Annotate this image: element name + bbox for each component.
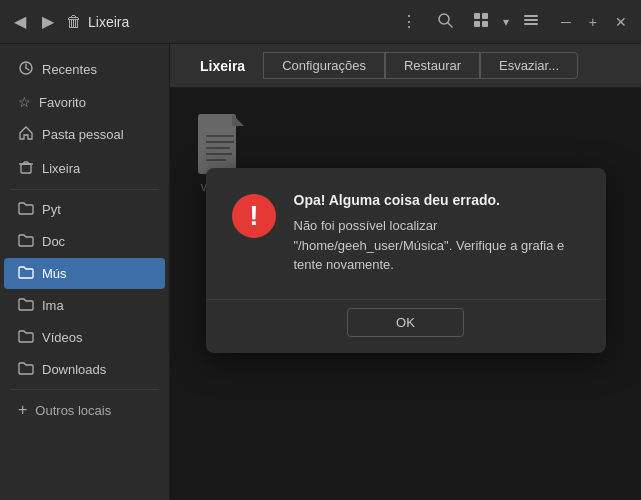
file-grid: version ! Opa! Alguma coisa deu errado. [170,88,641,500]
sidebar-label-musica: Mús [42,266,67,281]
add-icon: + [18,401,27,419]
dialog-message: Não foi possível localizar "/home/geeh_u… [294,216,582,275]
btn-configuracoes[interactable]: Configurações [263,52,385,79]
folder-pyt-icon [18,201,34,218]
sidebar: Recentes ☆ Favorito Pasta pessoal [0,44,170,500]
sidebar-separator-2 [10,389,159,390]
sidebar-label-pyt: Pyt [42,202,61,217]
svg-rect-3 [482,13,488,19]
content-area: Lixeira Configurações Restaurar Esvaziar… [170,44,641,500]
close-button[interactable]: ✕ [609,12,633,32]
tab-lixeira[interactable]: Lixeira [182,53,263,79]
btn-esvaziar[interactable]: Esvaziar... [480,52,578,79]
sidebar-item-videos[interactable]: Vídeos [4,322,165,353]
window-title: Lixeira [88,14,393,30]
list-view-button[interactable] [515,8,547,36]
folder-ima-icon [18,297,34,314]
error-dialog: ! Opa! Alguma coisa deu errado. Não foi … [206,168,606,353]
error-icon: ! [230,192,278,240]
dialog-text: Opa! Alguma coisa deu errado. Não foi po… [294,192,582,275]
view-grid-button[interactable] [465,8,497,36]
sidebar-label-downloads: Downloads [42,362,106,377]
svg-rect-2 [474,13,480,19]
sidebar-label-videos: Vídeos [42,330,82,345]
sidebar-label-pasta-pessoal: Pasta pessoal [42,127,124,142]
svg-text:!: ! [249,200,258,231]
sidebar-item-downloads[interactable]: Downloads [4,354,165,385]
sidebar-item-recentes[interactable]: Recentes [4,53,165,86]
dialog-body: ! Opa! Alguma coisa deu errado. Não foi … [206,168,606,291]
search-button[interactable] [429,8,461,36]
more-menu-button[interactable]: ⋮ [393,8,425,35]
maximize-button[interactable]: + [583,12,603,32]
titlebar: ◀ ▶ 🗑 Lixeira ⋮ ▾ [0,0,641,44]
dialog-footer: OK [206,299,606,353]
svg-rect-7 [524,19,538,21]
forward-button[interactable]: ▶ [36,8,60,35]
folder-doc-icon [18,233,34,250]
folder-icon: 🗑 [66,13,82,31]
svg-rect-5 [482,21,488,27]
sidebar-label-doc: Doc [42,234,65,249]
star-icon: ☆ [18,94,31,110]
content-toolbar: Lixeira Configurações Restaurar Esvaziar… [170,44,641,88]
sidebar-item-lixeira[interactable]: Lixeira [4,152,165,185]
nav-buttons: ◀ ▶ [8,8,60,35]
folder-musica-icon [18,265,34,282]
svg-rect-6 [524,15,538,17]
window-controls: ─ + ✕ [555,12,633,32]
sidebar-label-recentes: Recentes [42,62,97,77]
sidebar-item-musica[interactable]: Mús [4,258,165,289]
svg-line-1 [448,23,452,27]
sidebar-outros-locais[interactable]: + Outros locais [4,394,165,426]
trash-icon [18,159,34,178]
svg-rect-4 [474,21,480,27]
main-layout: Recentes ☆ Favorito Pasta pessoal [0,44,641,500]
home-icon [18,125,34,144]
folder-videos-icon [18,329,34,346]
svg-rect-12 [21,164,31,173]
sidebar-item-pasta-pessoal[interactable]: Pasta pessoal [4,118,165,151]
recent-icon [18,60,34,79]
sidebar-item-pyt[interactable]: Pyt [4,194,165,225]
folder-downloads-icon [18,361,34,378]
svg-line-11 [26,68,29,70]
dialog-overlay: ! Opa! Alguma coisa deu errado. Não foi … [170,88,641,500]
dialog-title: Opa! Alguma coisa deu errado. [294,192,582,208]
back-button[interactable]: ◀ [8,8,32,35]
sidebar-label-lixeira: Lixeira [42,161,80,176]
sidebar-item-favorito[interactable]: ☆ Favorito [4,87,165,117]
sidebar-label-outros: Outros locais [35,403,111,418]
sidebar-item-doc[interactable]: Doc [4,226,165,257]
sidebar-label-ima: Ima [42,298,64,313]
btn-restaurar[interactable]: Restaurar [385,52,480,79]
sidebar-label-favorito: Favorito [39,95,86,110]
sidebar-separator [10,189,159,190]
toolbar-actions: ⋮ ▾ [393,8,547,36]
sidebar-item-ima[interactable]: Ima [4,290,165,321]
dialog-ok-button[interactable]: OK [347,308,464,337]
minimize-button[interactable]: ─ [555,12,577,32]
svg-rect-8 [524,23,538,25]
view-dropdown-button[interactable]: ▾ [501,11,511,33]
